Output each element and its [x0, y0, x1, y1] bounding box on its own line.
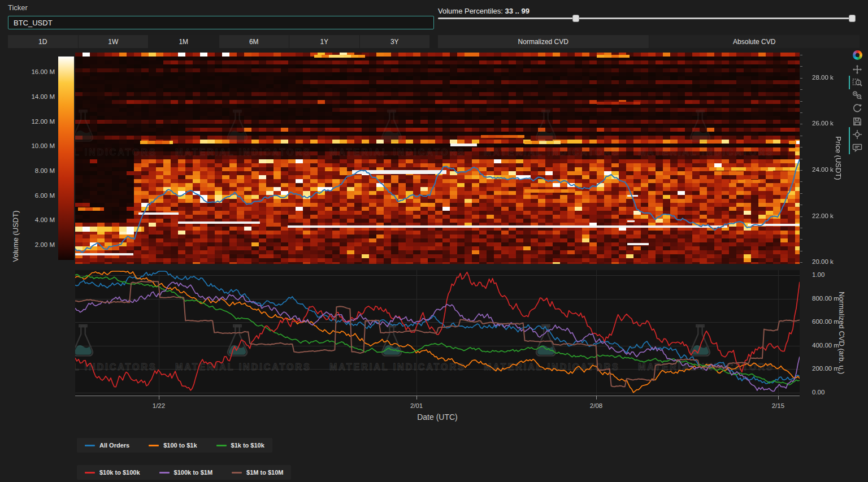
price-minor-tick	[800, 193, 802, 194]
volume-tick-label: 6.00 M	[17, 192, 55, 199]
liquidity-heatmap[interactable]: MATERIAL INDICATORS MATERIAL INDICATORS …	[75, 53, 800, 264]
legend-label: $100k to $1M	[174, 469, 212, 476]
price-minor-tick	[800, 170, 802, 171]
legend-swatch	[159, 472, 170, 474]
legend-item--1m-to-10m[interactable]: $1M to $10M	[232, 469, 283, 476]
legend-label: $10k to $100k	[99, 469, 140, 476]
x-axis-tick-label: 1/22	[150, 402, 168, 409]
volume-axis-title: Volume (USDT)	[11, 210, 20, 262]
volume-tick-label: 16.00 M	[17, 68, 55, 75]
plotly-modebar	[850, 49, 865, 154]
pan-icon[interactable]	[850, 63, 864, 76]
firecharts-app: Ticker 1D1W1M6M1Y3Y Volume Percentiles: …	[0, 0, 868, 482]
legend-label: $1M to $10M	[246, 469, 283, 476]
range-button-1m[interactable]: 1M	[149, 35, 219, 48]
price-line-overlay	[75, 53, 800, 264]
price-tick-label: 20.00 k	[812, 258, 834, 265]
cvd-tick-label: 800.00 m	[812, 295, 839, 302]
price-minor-tick	[800, 181, 802, 182]
price-minor-tick	[800, 262, 802, 263]
price-minor-tick	[800, 159, 802, 159]
volume-percentiles-value: 33 .. 99	[505, 7, 530, 15]
cvd-tick-label: 400.00 m	[812, 342, 839, 349]
range-button-1y[interactable]: 1Y	[289, 35, 359, 48]
volume-tick-label: 8.00 M	[17, 167, 55, 174]
legend-swatch	[85, 445, 95, 446]
price-minor-tick	[800, 55, 802, 55]
price-minor-tick	[800, 228, 802, 228]
spikelines-icon[interactable]	[850, 128, 864, 141]
cvd-tick-label: 1.00	[812, 271, 824, 278]
volume-percentiles-caption: Volume Percentiles:	[438, 7, 503, 15]
x-axis-tick-label: 2/01	[407, 402, 426, 409]
x-axis-tick-label: 2/15	[769, 402, 787, 409]
cvd-tick-label: 600.00 m	[812, 318, 839, 325]
price-tick-label: 28.00 k	[812, 74, 834, 81]
cvd-button-group: Normalized CVDAbsolute CVD	[438, 35, 860, 48]
x-axis-line	[75, 396, 800, 396]
price-minor-tick	[800, 101, 802, 102]
price-minor-tick	[800, 205, 802, 205]
legend-item--10k-to-100k[interactable]: $10k to $100k	[85, 469, 140, 476]
range-button-group: 1D1W1M6M1Y3Y	[8, 35, 429, 48]
slider-handle-low[interactable]	[572, 15, 579, 22]
legend-label: $1k to $10k	[231, 442, 264, 449]
x-axis-tick-label: 2/08	[587, 402, 605, 409]
price-minor-tick	[800, 239, 802, 240]
legend-item-all-orders[interactable]: All Orders	[85, 442, 129, 449]
range-button-6m[interactable]: 6M	[219, 35, 289, 48]
price-minor-tick	[800, 66, 802, 67]
normalized-cvd-button[interactable]: Normalized CVD	[438, 35, 649, 48]
legend-swatch	[149, 445, 159, 446]
cvd-line-5	[75, 281, 800, 387]
volume-tick-label: 2.00 M	[17, 241, 55, 248]
volume-tick-label: 10.00 M	[17, 142, 55, 149]
volume-percentile-slider[interactable]	[438, 18, 855, 19]
legend-swatch	[85, 472, 95, 474]
legend-item--1k-to-10k[interactable]: $1k to $10k	[216, 442, 264, 449]
x-axis-tick-mark	[416, 396, 417, 400]
price-minor-tick	[800, 89, 802, 90]
price-tick-label: 26.00 k	[812, 120, 834, 127]
range-button-3y[interactable]: 3Y	[360, 35, 430, 48]
price-axis-title: Price (USDT)	[834, 136, 843, 180]
price-minor-tick	[800, 251, 802, 251]
legend-label: All Orders	[99, 442, 129, 449]
volume-colorbar	[58, 57, 74, 260]
price-minor-tick	[800, 124, 802, 124]
legend-row-2: $10k to $100k$100k to $1M$1M to $10M	[77, 465, 291, 480]
legend-item--100k-to-1m[interactable]: $100k to $1M	[159, 469, 212, 476]
range-button-1d[interactable]: 1D	[8, 35, 78, 48]
normalized-cvd-chart[interactable]: MATERIAL INDICATORS MATERIAL INDICATORS …	[75, 270, 800, 396]
volume-tick-label: 4.00 M	[17, 216, 55, 223]
cvd-series-lines	[75, 270, 800, 396]
x-axis-tick-mark	[778, 396, 779, 400]
price-minor-tick	[800, 112, 802, 113]
save-icon[interactable]	[850, 115, 864, 128]
price-tick-label: 22.00 k	[812, 212, 834, 219]
hover-tooltip-icon[interactable]	[850, 141, 864, 154]
legend-swatch	[232, 472, 242, 474]
legend-item--100-to-1k[interactable]: $100 to $1k	[149, 442, 197, 449]
cvd-axis-title: Normalized CVD (arb. u.)	[837, 292, 846, 374]
ticker-label: Ticker	[8, 3, 28, 12]
reset-axes-icon[interactable]	[850, 102, 864, 115]
x-axis-tick-mark	[159, 396, 159, 400]
box-zoom-icon[interactable]	[850, 76, 864, 89]
plotly-logo-icon[interactable]	[850, 49, 864, 61]
zoom-in-out-icon[interactable]	[850, 89, 864, 102]
x-axis-tick-mark	[596, 396, 597, 400]
volume-tick-label: 12.00 M	[17, 118, 55, 125]
range-button-1w[interactable]: 1W	[79, 35, 149, 48]
cvd-tick-label: 200.00 m	[812, 365, 839, 372]
absolute-cvd-button[interactable]: Absolute CVD	[649, 35, 860, 48]
cvd-tick-label: 0.00	[812, 389, 824, 396]
x-axis-title: Date (UTC)	[417, 412, 458, 422]
ticker-input[interactable]	[8, 16, 434, 29]
legend-row-1: All Orders$100 to $1k$1k to $10k	[77, 438, 272, 453]
slider-handle-high[interactable]	[849, 15, 856, 22]
price-minor-tick	[800, 78, 802, 79]
price-minor-tick	[800, 147, 802, 147]
legend-swatch	[216, 445, 227, 446]
volume-tick-label: 14.00 M	[17, 93, 55, 100]
